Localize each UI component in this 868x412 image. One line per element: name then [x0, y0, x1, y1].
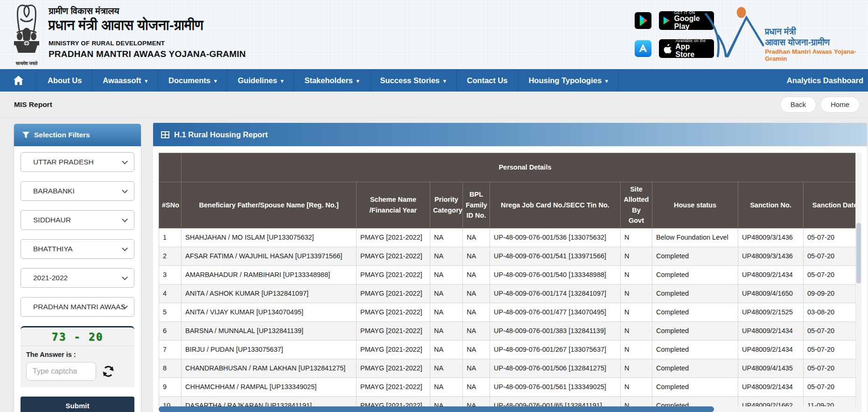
table-body: 1SHAHJAHAN / MO ISLAM [UP133075632]PMAYG… — [159, 228, 856, 406]
nav-item-stakeholders[interactable]: Stakeholders▾ — [294, 69, 370, 92]
scheme-name-english: PRADHAN MANTRI AWAAS YOJANA-GRAMIN — [49, 49, 246, 59]
back-button[interactable]: Back — [780, 97, 816, 113]
rural-housing-table: Personal Details #SNoBeneficiary Father/… — [159, 153, 855, 406]
table-vertical-scrollbar[interactable] — [855, 153, 861, 406]
app-store-icon[interactable] — [635, 40, 651, 57]
selected-value: SIDDHAUR — [33, 216, 71, 224]
logo-line2: आवास योजना-ग्रामीण — [765, 37, 867, 48]
table-cell: PMAYG [2021-2022] — [357, 340, 430, 359]
table-cell: 4 — [159, 284, 182, 303]
table-cell: UP-48-009-076-001/267 [133075637] — [490, 340, 621, 359]
nav-item-label: Housing Typologies — [529, 76, 602, 85]
filter-icon — [22, 132, 29, 138]
table-cell: UP-48-009-076-001/541 [133971566] — [490, 247, 621, 265]
table-cell: SHAHJAHAN / MO ISLAM [UP133075632] — [182, 228, 357, 247]
table-cell: NA — [430, 265, 463, 284]
table-cell: CHHAMCHHAM / RAMPAL [UP133349025] — [182, 377, 357, 396]
nav-item-awaassoft[interactable]: Awaassoft▾ — [92, 69, 158, 92]
table-cell: PMAYG [2021-2022] — [357, 377, 430, 396]
captcha-answer-label: The Answer is : — [26, 351, 76, 358]
table-cell: N — [621, 359, 652, 377]
table-cell: UP48009/2/1525 — [738, 303, 804, 321]
chevron-down-icon — [122, 245, 128, 251]
selected-value: 2021-2022 — [33, 274, 68, 282]
table-row: 10DASARTHA / RAJKARAN [UP132841191]PMAYG… — [159, 396, 856, 406]
table-cell: DASARTHA / RAJKARAN [UP132841191] — [182, 396, 357, 406]
table-cell: N — [621, 228, 652, 247]
nav-item-documents[interactable]: Documents▾ — [158, 69, 227, 92]
table-cell: Completed — [652, 340, 738, 359]
table-cell: 09-09-20 — [804, 284, 856, 303]
table-cell: PMAYG [2021-2022] — [357, 284, 430, 303]
panchayat-select[interactable]: BHATTHIYA — [21, 239, 134, 259]
table-cell: UP48009/3/1436 — [738, 247, 804, 265]
nav-item-label: Success Stories — [380, 76, 440, 85]
google-play-icon[interactable] — [635, 12, 651, 29]
table-cell: 6 — [159, 321, 182, 340]
selected-value: PRADHAN MANTRI AWAAS — [33, 303, 126, 311]
submit-button[interactable]: Submit — [21, 397, 134, 412]
table-cell: 9 — [159, 377, 182, 396]
analytics-dashboard-link[interactable]: Analytics Dashboard — [782, 69, 868, 92]
table-cell: UP-48-009-076-001/65 [132841191] — [490, 396, 621, 406]
table-cell: UP48009/2/1662 — [738, 396, 804, 406]
vertical-scrollbar-thumb[interactable] — [856, 223, 861, 284]
table-cell: N — [621, 247, 652, 265]
nav-item-label: Stakeholders — [304, 76, 353, 85]
breadcrumb-row: MIS Report Back Home — [0, 92, 868, 118]
nav-item-success-stories[interactable]: Success Stories▾ — [370, 69, 457, 92]
table-row: 2AFSAR FATIMA / WAJUHIL HASAN [UP1339715… — [159, 247, 856, 265]
table-cell: 10 — [159, 396, 182, 406]
table-row: 8CHANDRABHUSAN / RAM LAKHAN [UP132841275… — [159, 359, 856, 377]
refresh-captcha-button[interactable] — [102, 365, 114, 377]
financial-year-select[interactable]: 2021-2022 — [21, 268, 134, 288]
table-cell: 05-07-20 — [804, 340, 856, 359]
table-cell: BARSNA / MUNNALAL [UP132841139] — [182, 321, 357, 340]
nav-item-housing-typologies[interactable]: Housing Typologies▾ — [518, 69, 619, 92]
selection-filters-panel: Selection Filters UTTAR PRADESHBARABANKI… — [14, 124, 141, 412]
table-cell: 05-07-20 — [804, 247, 856, 265]
table-cell: UP-48-009-076-001/506 [132841275] — [490, 359, 621, 377]
table-cell: N — [621, 321, 652, 340]
column-header: House status — [652, 182, 738, 228]
table-cell: 3 — [159, 265, 182, 284]
table-cell: Completed — [652, 303, 738, 321]
home-button[interactable]: Home — [820, 97, 860, 113]
table-cell: NA — [430, 396, 463, 406]
table-cell: N — [621, 377, 652, 396]
chevron-down-icon — [122, 216, 128, 222]
table-cell: Completed — [652, 377, 738, 396]
refresh-icon — [102, 365, 114, 377]
horizontal-scrollbar-thumb[interactable] — [159, 406, 714, 412]
caret-down-icon: ▾ — [145, 78, 148, 84]
selected-value: UTTAR PRADESH — [33, 158, 94, 166]
table-cell: NA — [463, 377, 490, 396]
table-horizontal-scrollbar[interactable] — [159, 406, 861, 412]
district-select[interactable]: BARABANKI — [21, 181, 134, 201]
captcha-input[interactable] — [26, 362, 96, 381]
block-select[interactable]: SIDDHAUR — [21, 210, 134, 230]
caret-down-icon: ▾ — [357, 78, 359, 84]
table-icon — [161, 131, 169, 138]
table-cell: 1 — [159, 228, 182, 247]
table-cell: N — [621, 303, 652, 321]
nav-item-guidelines[interactable]: Guidelines▾ — [227, 69, 294, 92]
table-cell: NA — [463, 396, 490, 406]
column-header: Scheme Name /Financial Year — [357, 182, 430, 228]
scheme-select[interactable]: PRADHAN MANTRI AWAAS — [21, 297, 134, 317]
nav-home-item[interactable] — [0, 69, 37, 92]
page: सत्यमेव जयते ग्रामीण विकास मंत्रालय प्रध… — [0, 0, 868, 412]
table-cell: 5 — [159, 303, 182, 321]
nav-item-about-us[interactable]: About Us — [37, 69, 92, 92]
column-header: Site Allotted By Govt — [621, 182, 652, 228]
home-icon — [14, 76, 23, 85]
table-cell: PMAYG [2021-2022] — [357, 303, 430, 321]
column-header: Sanction No. — [738, 182, 804, 228]
table-cell: Completed — [652, 321, 738, 340]
table-cell: PMAYG [2021-2022] — [357, 247, 430, 265]
column-header: #SNo — [159, 182, 182, 228]
table-cell: UP48009/2/1434 — [738, 265, 804, 284]
nav-item-contact-us[interactable]: Contact Us — [457, 69, 518, 92]
state-select[interactable]: UTTAR PRADESH — [21, 152, 134, 172]
national-emblem-icon — [7, 2, 47, 60]
